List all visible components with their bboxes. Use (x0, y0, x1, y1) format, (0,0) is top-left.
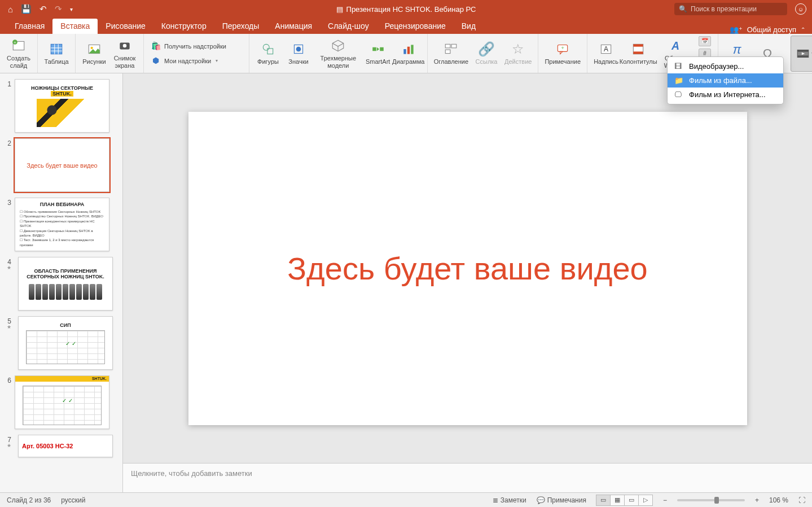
my-addins-button[interactable]: ⬢ Мои надстройки ▾ (148, 54, 244, 68)
table-button[interactable]: Таблица (42, 36, 71, 72)
notes-toggle[interactable]: ≣Заметки (493, 496, 526, 504)
undo-icon[interactable]: ↶ (39, 4, 47, 14)
comments-toggle[interactable]: 💬Примечания (537, 496, 586, 504)
zoom-in-button[interactable]: + (755, 496, 759, 504)
equation-icon: π (733, 41, 741, 57)
fit-to-window-button[interactable]: ⛶ (798, 496, 805, 504)
3dmodels-label: Трехмерные модели (317, 55, 360, 69)
svg-rect-21 (403, 49, 406, 54)
current-slide[interactable]: Здесь будет ваше видео (188, 112, 747, 425)
svg-rect-34 (634, 52, 643, 54)
share-label: Общий доступ (747, 25, 796, 34)
film-icon: 🎞 (674, 62, 683, 71)
smartart-icon (371, 41, 385, 57)
svg-rect-25 (451, 45, 457, 49)
powerpoint-file-icon: ▤ (336, 5, 343, 14)
headerfooter-button[interactable]: Колонтитулы (622, 36, 654, 72)
get-addins-button[interactable]: 🛍️ Получить надстройки (148, 40, 244, 53)
share-button[interactable]: 👥⁺ Общий доступ ⌃ (730, 25, 805, 34)
action-icon: ☆ (512, 41, 524, 57)
date-time-button[interactable]: 📅 (699, 36, 711, 46)
quick-access-toolbar: ⌂ 💾 ↶ ↷ ▾ (0, 4, 73, 14)
svg-rect-38 (797, 55, 809, 57)
redo-icon[interactable]: ↷ (55, 4, 62, 14)
slide-thumbnails-panel[interactable]: 1 НОЖНИЦЫ СЕКТОРНЫЕSHTUK. 2 Здесь будет … (0, 73, 123, 492)
comments-icon: 💬 (537, 496, 545, 504)
svg-marker-20 (377, 47, 379, 51)
slide-thumbnail-4[interactable]: ОБЛАСТЬ ПРИМЕНЕНИЯ СЕКТОРНЫХ НОЖНИЦ SHTO… (18, 257, 113, 311)
thumb-row: 7 ★ Арт. 05003 НС-32 (0, 434, 122, 462)
feedback-icon[interactable]: ☺ (795, 3, 806, 15)
table-icon (49, 41, 64, 57)
tab-view[interactable]: Вид (454, 19, 484, 34)
pictures-icon (87, 41, 102, 57)
thumb-number: 6 (3, 375, 11, 384)
video-from-web-item[interactable]: 🖵 Фильм из Интернета... (668, 88, 783, 102)
tab-slideshow[interactable]: Слайд-шоу (320, 19, 377, 34)
svg-marker-28 (560, 52, 563, 54)
headerfooter-icon (631, 41, 646, 57)
textbox-label: Надпись (594, 58, 618, 65)
zoom-level[interactable]: 106 % (769, 496, 788, 504)
slide-thumbnail-5[interactable]: СИП (18, 316, 113, 370)
tab-design[interactable]: Конструктор (153, 19, 214, 34)
thumb-row: 5 ★ СИП (0, 315, 122, 374)
home-icon[interactable]: ⌂ (8, 5, 13, 14)
chart-button[interactable]: Диаграмма (394, 36, 423, 72)
slide-thumbnail-7[interactable]: Арт. 05003 НС-32 (18, 435, 113, 457)
search-input[interactable]: 🔍 Поиск в презентации (674, 3, 787, 15)
video-from-web-label: Фильм из Интернета... (689, 90, 766, 99)
tab-transitions[interactable]: Переходы (214, 19, 267, 34)
video-icon: ▾ (796, 46, 812, 62)
slideshow-view-button[interactable]: ▷ (638, 495, 653, 506)
shapes-button[interactable]: Фигуры (254, 36, 282, 72)
tab-insert[interactable]: Вставка (52, 19, 98, 34)
tab-home[interactable]: Главная (7, 19, 52, 34)
3dmodels-button[interactable]: Трехмерные модели (315, 36, 362, 72)
zoom-toc-button[interactable]: Оглавление (432, 36, 470, 72)
video-button[interactable]: ▾ (791, 36, 812, 72)
smartart-label: SmartArt (366, 58, 390, 65)
svg-rect-3 (51, 45, 62, 54)
sorter-view-button[interactable]: ▦ (610, 495, 625, 506)
new-slide-button[interactable]: + Создать слайд (5, 36, 33, 72)
zoom-slider[interactable] (677, 499, 745, 501)
icons-button[interactable]: Значки (284, 36, 313, 72)
svg-rect-22 (407, 47, 410, 54)
shapes-icon (261, 41, 275, 57)
tab-animations[interactable]: Анимация (267, 19, 320, 34)
slide-thumbnail-6[interactable]: SHTUK. (15, 375, 109, 429)
textbox-button[interactable]: A Надпись (592, 36, 620, 72)
screenshot-button[interactable]: Снимок экрана (111, 36, 139, 72)
collapse-ribbon-icon[interactable]: ⌃ (801, 27, 805, 33)
chart-label: Диаграмма (392, 58, 424, 65)
notes-pane[interactable]: Щелкните, чтобы добавить заметки (123, 463, 812, 492)
notes-icon: ≣ (493, 496, 498, 504)
slide-thumbnail-2[interactable]: Здесь будет ваше видео (15, 138, 109, 192)
comment-button[interactable]: + Примечание (543, 36, 582, 72)
slide-main-text[interactable]: Здесь будет ваше видео (287, 250, 647, 287)
video-browser-item[interactable]: 🎞 Видеобраузер... (668, 59, 783, 73)
icons-icon (291, 41, 306, 57)
qat-more-icon[interactable]: ▾ (70, 6, 73, 12)
svg-point-12 (263, 45, 269, 51)
video-browser-label: Видеобраузер... (689, 62, 744, 71)
reading-view-button[interactable]: ▭ (624, 495, 639, 506)
tab-review[interactable]: Рецензирование (377, 19, 454, 34)
normal-view-button[interactable]: ▭ (596, 495, 611, 506)
shapes-label: Фигуры (257, 58, 279, 65)
tab-draw[interactable]: Рисование (98, 19, 153, 34)
slide-thumbnail-1[interactable]: НОЖНИЦЫ СЕКТОРНЫЕSHTUK. (15, 79, 109, 133)
smartart-button[interactable]: SmartArt (364, 36, 392, 72)
video-from-file-item[interactable]: 📁 Фильм из файла... (668, 73, 783, 88)
save-icon[interactable]: 💾 (21, 4, 32, 14)
addins-icon: ⬢ (151, 56, 161, 65)
screenshot-label: Снимок экрана (112, 55, 137, 69)
slide-thumbnail-3[interactable]: ПЛАН ВЕБИНАРА ☐ Область применения Секто… (15, 198, 109, 251)
language-indicator[interactable]: русский (61, 496, 85, 504)
slide-counter[interactable]: Слайд 2 из 36 (7, 496, 51, 504)
toc-icon (444, 41, 458, 57)
canvas-area[interactable]: Здесь будет ваше видео (123, 73, 812, 463)
pictures-button[interactable]: Рисунки (80, 36, 108, 72)
zoom-out-button[interactable]: − (663, 496, 667, 504)
